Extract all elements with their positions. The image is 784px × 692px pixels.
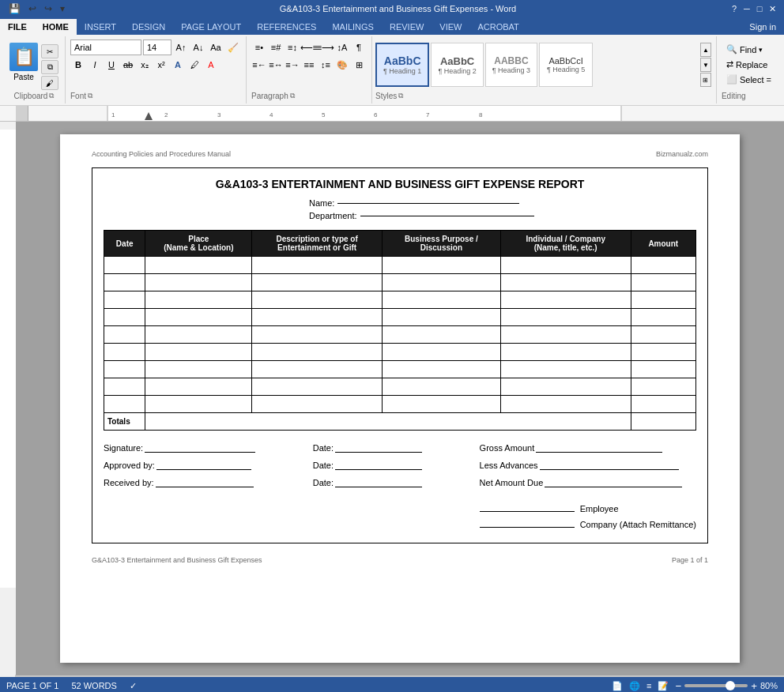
- editing-group: 🔍 Find ▾ ⇄ Replace ⬜ Select = Editing: [717, 36, 781, 103]
- maximize-button[interactable]: □: [754, 3, 765, 14]
- totals-label: Totals: [104, 413, 145, 431]
- text-effect-button[interactable]: A: [170, 57, 186, 73]
- date-underline-3: [335, 487, 422, 487]
- styles-more-button[interactable]: ⊞: [700, 73, 711, 87]
- format-painter-button[interactable]: 🖌: [41, 76, 58, 90]
- minimize-button[interactable]: ─: [741, 3, 752, 14]
- borders-button[interactable]: ⊞: [351, 57, 367, 73]
- tab-file[interactable]: FILE: [0, 19, 35, 35]
- save-button[interactable]: 💾: [6, 2, 23, 15]
- numbering-button[interactable]: ≡#: [268, 39, 284, 55]
- date-line-2: Date:: [313, 461, 422, 470]
- highlight-button[interactable]: 🖊: [187, 57, 202, 73]
- align-center-button[interactable]: ≡↔: [268, 57, 284, 73]
- received-label: Received by:: [104, 478, 154, 487]
- editing-group-label: Editing: [722, 92, 776, 100]
- styles-scroll-up-button[interactable]: ▲: [700, 43, 711, 57]
- spell-check-icon[interactable]: ✓: [130, 681, 137, 691]
- company-line: Company (Attach Remittance): [480, 517, 696, 533]
- increase-indent-button[interactable]: ≡⟶: [318, 39, 334, 55]
- font-group: A↑ A↓ Aa 🧹 B I U ab x₂ x² A 🖊 A Font⧉: [66, 36, 247, 103]
- show-formatting-button[interactable]: ¶: [351, 39, 367, 55]
- zoom-out-button[interactable]: −: [675, 680, 681, 692]
- change-case-button[interactable]: Aa: [208, 39, 224, 55]
- multilevel-button[interactable]: ≡↕: [285, 39, 300, 55]
- zoom-slider[interactable]: [684, 684, 748, 687]
- style-heading1-button[interactable]: AaBbC ¶ Heading 1: [375, 43, 429, 87]
- shrink-font-button[interactable]: A↓: [190, 39, 206, 55]
- zoom-level: 80%: [760, 681, 778, 690]
- style-heading3-button[interactable]: AABBC ¶ Heading 3: [485, 43, 537, 87]
- tab-insert[interactable]: INSERT: [77, 19, 124, 35]
- grow-font-button[interactable]: A↑: [173, 39, 189, 55]
- font-color-button[interactable]: A: [203, 57, 219, 73]
- footer-left: G&A103-3 Entertainment and Business Gift…: [92, 556, 262, 564]
- close-button[interactable]: ✕: [767, 3, 778, 14]
- font-size-input[interactable]: [143, 39, 172, 55]
- svg-rect-14: [0, 130, 16, 588]
- select-icon: ⬜: [726, 74, 737, 85]
- tab-acrobat[interactable]: ACROBAT: [469, 19, 526, 35]
- word-count: 52 WORDS: [71, 681, 116, 690]
- more-button[interactable]: ▾: [58, 2, 67, 15]
- tab-references[interactable]: REFERENCES: [249, 19, 324, 35]
- style-heading2-button[interactable]: AaBbC ¶ Heading 2: [431, 43, 483, 87]
- employee-underline: [480, 511, 575, 512]
- tab-review[interactable]: REVIEW: [382, 19, 432, 35]
- font-name-input[interactable]: [70, 39, 141, 55]
- amounts-col: Gross Amount Less Advances Net Amount Du…: [480, 443, 696, 533]
- clear-format-button[interactable]: 🧹: [225, 39, 241, 55]
- table-row: [104, 361, 696, 378]
- underline-button[interactable]: U: [104, 57, 119, 73]
- help-button[interactable]: ?: [729, 3, 740, 14]
- tab-view[interactable]: VIEW: [432, 19, 469, 35]
- paste-button[interactable]: 📋 Paste: [9, 43, 38, 81]
- shading-button[interactable]: 🎨: [334, 57, 350, 73]
- copy-button[interactable]: ⧉: [41, 60, 58, 74]
- tab-page-layout[interactable]: PAGE LAYOUT: [173, 19, 249, 35]
- style-heading5-button[interactable]: AaBbCcI ¶ Heading 5: [539, 43, 593, 87]
- view-web-icon[interactable]: 🌐: [629, 681, 640, 691]
- title-bar: 💾 ↩ ↪ ▾ G&A103-3 Entertainment and Busin…: [0, 0, 784, 17]
- redo-button[interactable]: ↪: [42, 2, 55, 15]
- subscript-button[interactable]: x₂: [137, 57, 153, 73]
- replace-icon: ⇄: [726, 59, 733, 70]
- bold-button[interactable]: B: [70, 57, 86, 73]
- ribbon-content: 📋 Paste ✂ ⧉ 🖌 Clipboard ⧉ A↑ A↓ Aa 🧹 B I: [0, 35, 784, 106]
- view-print-icon[interactable]: 📄: [612, 681, 623, 691]
- undo-button[interactable]: ↩: [26, 2, 39, 15]
- zoom-in-button[interactable]: +: [751, 680, 757, 692]
- zoom-controls[interactable]: − + 80%: [675, 680, 778, 692]
- font-group-label: Font⧉: [70, 92, 241, 100]
- view-draft-icon[interactable]: 📝: [658, 681, 669, 691]
- styles-scroll-down-button[interactable]: ▼: [700, 58, 711, 72]
- superscript-button[interactable]: x²: [153, 57, 169, 73]
- decrease-indent-button[interactable]: ⟵≡: [301, 39, 317, 55]
- sort-button[interactable]: ↕A: [334, 39, 350, 55]
- page: Accounting Policies and Procedures Manua…: [60, 134, 740, 663]
- italic-button[interactable]: I: [87, 57, 103, 73]
- bullets-button[interactable]: ≡•: [251, 39, 267, 55]
- ruler-bar[interactable]: 1 2 3 4 5 6 7 8: [28, 106, 784, 121]
- line-spacing-button[interactable]: ↕≡: [318, 57, 334, 73]
- tab-mailings[interactable]: MAILINGS: [324, 19, 382, 35]
- view-outline-icon[interactable]: ≡: [646, 681, 651, 690]
- footer-right: Page 1 of 1: [672, 556, 708, 564]
- received-underline: [156, 487, 254, 487]
- paste-label: Paste: [13, 73, 34, 81]
- signature-section: Signature: Approved by: Received by:: [104, 443, 696, 533]
- quick-access-toolbar[interactable]: 💾 ↩ ↪ ▾: [6, 2, 67, 15]
- zoom-thumb: [726, 681, 735, 690]
- align-left-button[interactable]: ≡←: [251, 57, 267, 73]
- tab-design[interactable]: DESIGN: [124, 19, 173, 35]
- strikethrough-button[interactable]: ab: [120, 57, 136, 73]
- align-right-button[interactable]: ≡→: [285, 57, 300, 73]
- justify-button[interactable]: ≡≡: [301, 57, 317, 73]
- replace-button[interactable]: ⇄ Replace: [722, 58, 776, 71]
- sign-in-button[interactable]: Sign in: [741, 19, 784, 35]
- expense-table: Date Place(Name & Location) Description …: [104, 230, 696, 431]
- tab-home[interactable]: HOME: [35, 19, 77, 35]
- cut-button[interactable]: ✂: [41, 44, 58, 58]
- find-button[interactable]: 🔍 Find ▾: [722, 43, 776, 56]
- select-button[interactable]: ⬜ Select =: [722, 73, 776, 86]
